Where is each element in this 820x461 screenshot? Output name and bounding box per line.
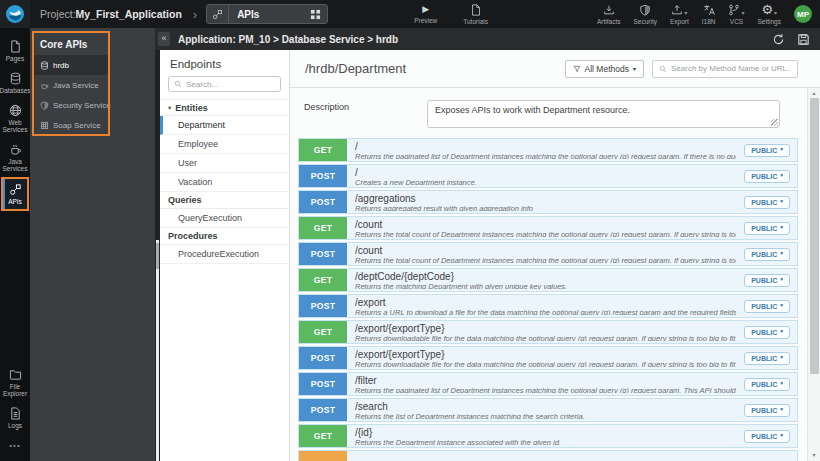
- folder-icon: [9, 368, 22, 381]
- section-entities[interactable]: ▾ Entities: [160, 99, 289, 116]
- play-icon: ▶: [422, 4, 429, 15]
- visibility-dropdown[interactable]: PUBLIC ▾: [744, 222, 790, 235]
- api-endpoint-row[interactable]: GET /count Returns the total count of De…: [298, 216, 798, 240]
- endpoints-search-input[interactable]: [186, 80, 275, 89]
- api-info: /count Returns the total count of Depart…: [347, 243, 744, 265]
- topbar-actions: Artifacts Security ▾ Export I18N ▾ VCS: [597, 3, 820, 25]
- chevron-down-icon: ▾: [774, 10, 777, 16]
- core-apis-item-soap-service[interactable]: Soap Service: [34, 115, 108, 135]
- panel-scrollbar-thumb[interactable]: [156, 243, 159, 269]
- perspective-dropdown[interactable]: APIs: [206, 4, 328, 24]
- web-services-label: Web Services: [0, 119, 30, 133]
- app-header-bar: « Application: PM_10 > Database Service …: [155, 28, 820, 50]
- sidebar-item-apis[interactable]: APIs: [1, 177, 29, 211]
- visibility-dropdown[interactable]: PUBLIC ▾: [744, 170, 790, 183]
- api-endpoint-row[interactable]: POST /search Returns the list of Departm…: [298, 398, 798, 422]
- coffee-cup-icon: [40, 81, 49, 90]
- endpoint-item-queryexecution[interactable]: QueryExecution: [160, 209, 289, 228]
- core-apis-item-hrdb[interactable]: hrdb: [34, 55, 108, 75]
- api-endpoint-row[interactable]: POST /aggregations Returns aggregated re…: [298, 190, 798, 214]
- main-scrollbar[interactable]: ▴ ▾: [807, 88, 820, 461]
- http-method-badge: POST: [299, 373, 347, 395]
- api-path: /export: [355, 297, 736, 308]
- artifacts-button[interactable]: Artifacts: [597, 4, 620, 25]
- api-endpoint-row[interactable]: POST / Creates a new Department instance…: [298, 164, 798, 188]
- scroll-up-icon[interactable]: ▴: [812, 88, 815, 97]
- sidebar-item-pages[interactable]: Pages: [0, 35, 30, 67]
- preview-label: Preview: [414, 17, 437, 24]
- visibility-label: PUBLIC: [751, 433, 777, 440]
- settings-label: Settings: [758, 18, 782, 25]
- visibility-dropdown[interactable]: PUBLIC ▾: [744, 352, 790, 365]
- artifacts-label: Artifacts: [597, 18, 620, 25]
- http-method-badge: GET: [299, 217, 347, 239]
- gear-icon: ⚙: [761, 3, 773, 16]
- visibility-dropdown[interactable]: PUBLIC ▾: [744, 404, 790, 417]
- endpoint-item-user[interactable]: User: [160, 154, 289, 173]
- api-endpoint-row[interactable]: POST /export Returns a URL to download a…: [298, 294, 798, 318]
- api-endpoint-row[interactable]: POST /count Returns the total count of D…: [298, 242, 798, 266]
- apis-icon: [9, 183, 22, 196]
- core-apis-item-java-service[interactable]: Java Service: [34, 75, 108, 95]
- scroll-down-icon[interactable]: ▾: [812, 452, 815, 461]
- databases-label: Databases: [0, 87, 31, 94]
- filter-funnel-icon: [573, 65, 581, 73]
- api-endpoint-row[interactable]: GET /deptCode/{deptCode} Returns the mat…: [298, 268, 798, 292]
- http-method-badge: GET: [299, 321, 347, 343]
- visibility-dropdown[interactable]: PUBLIC ▾: [744, 300, 790, 313]
- methods-filter-dropdown[interactable]: All Methods ▾: [565, 60, 644, 78]
- visibility-label: PUBLIC: [751, 381, 777, 388]
- visibility-dropdown[interactable]: PUBLIC ▾: [744, 430, 790, 443]
- api-description: Returns downloadable file for the data m…: [355, 334, 736, 341]
- api-endpoint-row[interactable]: GET / Returns the paginated list of Depa…: [298, 138, 798, 162]
- method-search[interactable]: [652, 60, 798, 78]
- user-avatar[interactable]: MP: [794, 5, 812, 23]
- resize-handle[interactable]: [771, 119, 778, 126]
- endpoint-item-vacation[interactable]: Vacation: [160, 173, 289, 192]
- chevron-down-icon: ▾: [684, 10, 687, 16]
- more-options-icon[interactable]: •••: [9, 434, 20, 457]
- collapse-panel-button[interactable]: «: [158, 32, 170, 46]
- endpoints-search[interactable]: [168, 76, 281, 92]
- endpoint-item-department[interactable]: Department: [160, 116, 289, 135]
- description-textarea[interactable]: Exposes APIs to work with Department res…: [428, 101, 779, 127]
- http-method-badge: POST: [299, 243, 347, 265]
- api-endpoint-row[interactable]: POST /filter Returns the paginated list …: [298, 372, 798, 396]
- endpoint-item-procedureexecution[interactable]: ProcedureExecution: [160, 245, 289, 264]
- sidebar-item-java-services[interactable]: Java Services: [0, 138, 30, 177]
- api-endpoint-row[interactable]: GET /export/{exportType} Returns downloa…: [298, 320, 798, 344]
- scrollbar-thumb[interactable]: [810, 98, 819, 374]
- method-search-input[interactable]: [671, 64, 791, 73]
- visibility-dropdown[interactable]: PUBLIC ▾: [744, 248, 790, 261]
- sidebar-item-file-explorer[interactable]: File Explorer: [0, 363, 30, 402]
- vcs-button[interactable]: ▾ VCS: [728, 4, 744, 25]
- settings-button[interactable]: ⚙▾ Settings: [758, 3, 782, 25]
- search-icon: [659, 65, 667, 73]
- api-endpoint-row[interactable]: GET /{id} Returns the Department instanc…: [298, 424, 798, 448]
- refresh-icon[interactable]: [772, 33, 785, 46]
- endpoint-item-employee[interactable]: Employee: [160, 135, 289, 154]
- panel-scrollbar-track[interactable]: [156, 240, 159, 461]
- save-icon[interactable]: [797, 33, 810, 46]
- sidebar-item-logs[interactable]: Logs: [0, 402, 30, 434]
- api-endpoint-row[interactable]: POST /export/{exportType} Returns downlo…: [298, 346, 798, 370]
- visibility-label: PUBLIC: [751, 173, 777, 180]
- visibility-dropdown[interactable]: PUBLIC ▾: [744, 196, 790, 209]
- app-logo[interactable]: [0, 0, 30, 28]
- core-apis-item-security-service[interactable]: Security Service: [34, 95, 108, 115]
- section-queries[interactable]: Queries: [160, 192, 289, 209]
- api-endpoint-row-partial[interactable]: [298, 450, 798, 461]
- preview-button[interactable]: ▶ Preview: [414, 4, 437, 24]
- security-button[interactable]: Security: [633, 4, 656, 25]
- sidebar-item-databases[interactable]: Databases: [0, 67, 30, 99]
- visibility-dropdown[interactable]: PUBLIC ▾: [744, 378, 790, 391]
- i18n-button[interactable]: I18N: [702, 4, 716, 25]
- tutorials-button[interactable]: Tutorials: [463, 4, 488, 25]
- section-procedures[interactable]: Procedures: [160, 228, 289, 245]
- visibility-dropdown[interactable]: PUBLIC ▾: [744, 274, 790, 287]
- visibility-dropdown[interactable]: PUBLIC ▾: [744, 144, 790, 157]
- visibility-dropdown[interactable]: PUBLIC ▾: [744, 326, 790, 339]
- export-button[interactable]: ▾ Export: [670, 4, 689, 25]
- sidebar-item-web-services[interactable]: Web Services: [0, 99, 30, 138]
- api-info: /export Returns a URL to download a file…: [347, 295, 744, 317]
